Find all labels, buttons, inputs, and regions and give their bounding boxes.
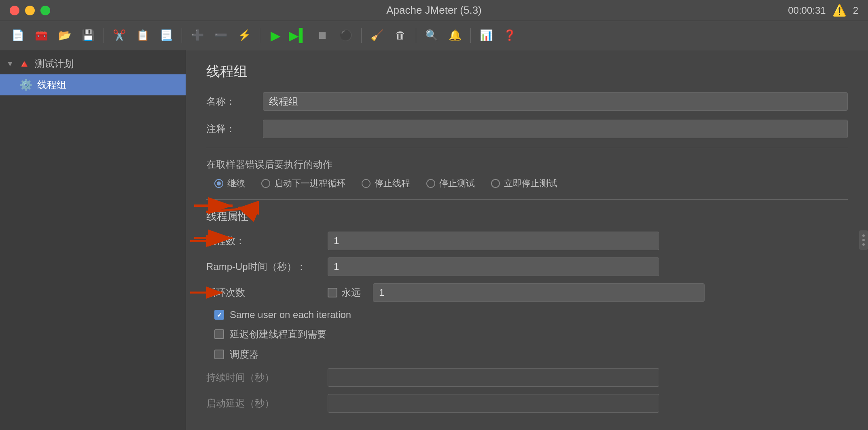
- window-title: Apache JMeter (5.3): [386, 4, 482, 17]
- radio-stop-thread[interactable]: 停止线程: [362, 177, 410, 190]
- comment-input[interactable]: [263, 120, 848, 138]
- comment-row: 注释：: [206, 120, 848, 138]
- test-plan-label: 测试计划: [35, 57, 74, 70]
- content-wrapper: 线程组 名称： 注释： 在取样器错误后要执行的动作 继续: [186, 50, 868, 430]
- warning-icon: ⚠️: [832, 4, 847, 17]
- scheduler-checkbox[interactable]: [214, 350, 224, 359]
- radio-stop-now-label: 立即停止测试: [504, 177, 557, 190]
- thread-group-icon: ⚙️: [19, 79, 32, 91]
- test-plan-icon: 🔺: [18, 58, 31, 70]
- expand-button[interactable]: ➕: [188, 26, 207, 45]
- help-button[interactable]: ❓: [500, 26, 519, 45]
- toolbar-separator-2: [182, 28, 182, 43]
- divider-1: [206, 148, 848, 148]
- ramp-up-input[interactable]: [328, 257, 659, 276]
- scheduler-checkbox-container[interactable]: 调度器: [214, 348, 848, 361]
- reset-search-button[interactable]: 🔔: [445, 26, 465, 45]
- comment-label: 注释：: [206, 122, 255, 135]
- collapse-button[interactable]: ➖: [211, 26, 231, 45]
- clear-all-button[interactable]: 🗑: [391, 26, 410, 45]
- close-button[interactable]: [10, 6, 19, 15]
- log-viewer-button[interactable]: 📊: [476, 26, 496, 45]
- toolbar-separator-4: [361, 28, 362, 43]
- stop-button[interactable]: ⏹: [313, 26, 332, 45]
- radio-stop-thread-circle: [362, 179, 370, 188]
- shutdown-button[interactable]: ⚫: [336, 26, 356, 45]
- radio-stop-test-circle: [426, 179, 435, 188]
- search-button[interactable]: 🔍: [422, 26, 441, 45]
- copy-button[interactable]: 📋: [133, 26, 152, 45]
- same-user-label: Same user on each iteration: [230, 309, 351, 320]
- radio-stop-test[interactable]: 停止测试: [426, 177, 475, 190]
- open-button[interactable]: 📂: [55, 26, 74, 45]
- name-row: 名称：: [206, 92, 848, 111]
- clear-button[interactable]: 🧹: [367, 26, 387, 45]
- same-user-checkbox[interactable]: [214, 310, 224, 320]
- thread-group-label: 线程组: [37, 78, 66, 91]
- delay-create-label: 延迟创建线程直到需要: [230, 328, 327, 341]
- page-title: 线程组: [206, 62, 848, 81]
- toggle-button[interactable]: ⚡: [235, 26, 254, 45]
- expand-triangle-icon: ▼: [6, 60, 14, 68]
- startup-delay-row: 启动延迟（秒）: [206, 394, 848, 413]
- sidebar: ▼ 🔺 测试计划 ⚙️ 线程组: [0, 50, 186, 430]
- thread-count-row: 线程数：: [206, 232, 848, 250]
- main-layout: ▼ 🔺 测试计划 ⚙️ 线程组: [0, 50, 868, 430]
- radio-stop-now[interactable]: 立即停止测试: [491, 177, 557, 190]
- content-area: 线程组 名称： 注释： 在取样器错误后要执行的动作 继续: [186, 50, 868, 430]
- start-no-pause-button[interactable]: ▶▍: [289, 26, 309, 45]
- thread-count-label: 线程数：: [206, 234, 320, 247]
- forever-checkbox-container[interactable]: 永远: [328, 286, 361, 299]
- radio-next-loop[interactable]: 启动下一进程循环: [261, 177, 345, 190]
- minimize-button[interactable]: [25, 6, 35, 15]
- save-button[interactable]: 💾: [78, 26, 98, 45]
- sidebar-item-test-plan[interactable]: ▼ 🔺 测试计划: [0, 53, 186, 74]
- toolbar-separator-6: [470, 28, 471, 43]
- error-action-section: 在取样器错误后要执行的动作 继续 启动下一进程循环 停止线程: [206, 158, 848, 190]
- scroll-dot-2: [862, 239, 865, 241]
- thread-count-input[interactable]: [328, 232, 659, 250]
- loop-count-label: 循环次数: [206, 286, 320, 299]
- scroll-dot-3: [862, 243, 865, 246]
- scroll-handle[interactable]: [859, 230, 868, 250]
- error-action-label: 在取样器错误后要执行的动作: [206, 158, 848, 171]
- divider-2: [206, 199, 848, 200]
- radio-continue[interactable]: 继续: [214, 177, 245, 190]
- loop-count-row: 循环次数 永远: [206, 283, 848, 302]
- timer-display: 00:00:31: [788, 5, 826, 16]
- warning-count: 2: [853, 5, 858, 16]
- delay-create-checkbox[interactable]: [214, 329, 224, 339]
- forever-checkbox[interactable]: [328, 288, 337, 297]
- radio-stop-now-circle: [491, 179, 500, 188]
- toolbar-separator-3: [260, 28, 260, 43]
- name-label: 名称：: [206, 95, 255, 108]
- templates-button[interactable]: 🧰: [32, 26, 51, 45]
- maximize-button[interactable]: [40, 6, 50, 15]
- paste-button[interactable]: 📃: [157, 26, 176, 45]
- new-file-button[interactable]: 📄: [8, 26, 28, 45]
- loop-count-input[interactable]: [373, 283, 705, 302]
- cut-button[interactable]: ✂️: [110, 26, 129, 45]
- startup-delay-label: 启动延迟（秒）: [206, 397, 320, 410]
- window-controls: [10, 6, 50, 15]
- toolbar: 📄 🧰 📂 💾 ✂️ 📋 📃 ➕ ➖ ⚡ ▶ ▶▍ ⏹ ⚫ 🧹 🗑 🔍 🔔 📊 …: [0, 21, 868, 50]
- name-input[interactable]: [263, 92, 848, 111]
- radio-group-error-action: 继续 启动下一进程循环 停止线程 停止测试: [214, 177, 848, 190]
- delay-create-checkbox-container[interactable]: 延迟创建线程直到需要: [214, 328, 848, 341]
- sidebar-item-thread-group[interactable]: ⚙️ 线程组: [0, 74, 186, 95]
- scroll-dot-1: [862, 234, 865, 237]
- thread-properties-title: 线程属性: [206, 209, 848, 223]
- forever-label: 永远: [341, 286, 361, 299]
- radio-next-loop-circle: [261, 179, 270, 188]
- same-user-checkbox-container[interactable]: Same user on each iteration: [214, 309, 848, 320]
- ramp-up-label: Ramp-Up时间（秒）：: [206, 260, 320, 273]
- scheduler-label: 调度器: [230, 348, 259, 361]
- toolbar-separator-1: [104, 28, 104, 43]
- radio-continue-circle: [214, 179, 223, 188]
- duration-input[interactable]: [328, 368, 659, 387]
- toolbar-separator-5: [416, 28, 416, 43]
- thread-properties-section: 线程属性 线程数： Ramp-Up时间（秒）： 循环次数 永远: [206, 209, 848, 413]
- startup-delay-input[interactable]: [328, 394, 659, 413]
- radio-stop-test-label: 停止测试: [439, 177, 475, 190]
- start-button[interactable]: ▶: [266, 26, 285, 45]
